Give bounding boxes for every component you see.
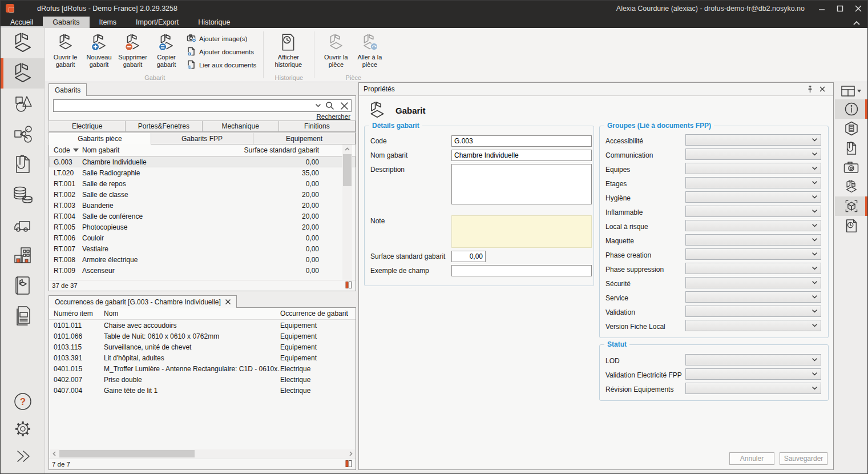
scroll-up-icon[interactable] <box>342 144 352 153</box>
cancel-button[interactable]: Annuler <box>729 452 774 465</box>
group-dropdown[interactable] <box>685 206 821 217</box>
search-input[interactable] <box>54 101 313 111</box>
search-history-chevron-icon[interactable] <box>313 100 322 111</box>
column-header-code[interactable]: Code <box>49 146 81 154</box>
settings-button[interactable] <box>1 415 45 443</box>
tab-images[interactable] <box>835 158 867 177</box>
table-row[interactable]: RT.007 Vestiaire 0,00 <box>49 243 356 254</box>
table-row[interactable]: RT.009 Ascenseur 0,00 <box>49 265 356 276</box>
table-row[interactable]: 0103.391 Lit d'hôpital, adultes Equipeme… <box>49 352 356 363</box>
group-dropdown[interactable] <box>685 220 821 231</box>
table-row[interactable]: 0101.066 Table de Nuit: 0610 x 0610 x 07… <box>49 331 356 342</box>
new-gabarit-button[interactable]: Nouveau gabarit <box>82 30 116 69</box>
help-button[interactable]: ? <box>1 388 45 415</box>
code-field[interactable] <box>451 135 592 147</box>
table-row[interactable]: 0402.007 Prise double Electrique <box>49 374 356 385</box>
expand-sidebar-button[interactable] <box>1 443 45 470</box>
maximize-button[interactable] <box>831 1 849 17</box>
search-icon[interactable] <box>322 100 337 111</box>
show-history-button[interactable]: Afficher historique <box>269 30 307 69</box>
add-documents-button[interactable]: Ajouter documents <box>187 47 256 57</box>
occurrences-panel-tab[interactable]: Occurrences de gabarit [G.003 - Chambre … <box>49 295 237 308</box>
statut-dropdown[interactable] <box>685 368 821 380</box>
collapse-ribbon-button[interactable] <box>853 18 861 28</box>
clear-search-icon[interactable] <box>337 100 351 111</box>
tab-historique[interactable]: Historique <box>188 17 240 28</box>
category-tab[interactable]: Electrique <box>49 120 126 132</box>
group-dropdown[interactable] <box>685 134 821 146</box>
table-row[interactable]: G.003 Chambre Individuelle 0,00 <box>49 156 356 167</box>
table-row[interactable]: 0101.011 Chaise avec accoudoirs Equipeme… <box>49 320 356 331</box>
category-tab[interactable]: Equipement <box>253 132 356 144</box>
group-dropdown[interactable] <box>685 148 821 160</box>
column-header-surface[interactable]: Surface standard gabarit <box>224 146 320 154</box>
link-documents-button[interactable]: Lier aux documents <box>187 60 256 70</box>
scroll-right-icon[interactable] <box>346 451 355 456</box>
copy-gabarit-button[interactable]: Copier gabarit <box>150 30 183 69</box>
sidebar-item-gabarits[interactable] <box>1 58 45 89</box>
group-dropdown[interactable] <box>685 306 821 317</box>
category-tab[interactable]: Gabarits pièce <box>49 132 151 144</box>
note-field[interactable] <box>451 215 592 248</box>
vertical-scrollbar[interactable] <box>342 144 352 288</box>
name-field[interactable] <box>451 150 592 161</box>
table-row[interactable]: 0103.115 Surveillance, unité de chevet E… <box>49 342 356 352</box>
table-row[interactable]: RT.005 Photocopieuse 20,00 <box>49 222 356 232</box>
sidebar-item-rooms[interactable] <box>1 28 45 58</box>
column-header-name[interactable]: Nom gabarit <box>81 146 224 154</box>
category-tab[interactable]: Mechanique <box>202 120 279 132</box>
sidebar-item-catalog[interactable] <box>1 270 45 300</box>
table-row[interactable]: RT.001 Salle de repos 0,00 <box>49 178 356 189</box>
sidebar-item-systems[interactable] <box>1 119 45 149</box>
group-dropdown[interactable] <box>685 163 821 174</box>
close-tab-icon[interactable] <box>225 298 231 306</box>
add-images-button[interactable]: Ajouter image(s) <box>187 34 256 44</box>
pin-icon[interactable] <box>804 84 816 94</box>
close-button[interactable] <box>849 1 867 17</box>
table-row[interactable]: RT.008 Armoire électrique 0,00 <box>49 254 356 265</box>
tab-accueil[interactable]: Accueil <box>1 17 43 28</box>
column-chooser-icon[interactable] <box>345 460 353 469</box>
group-dropdown[interactable] <box>685 277 821 288</box>
tab-model-3d[interactable] <box>835 196 867 216</box>
tab-items[interactable]: Items <box>90 17 127 28</box>
horizontal-scrollbar[interactable] <box>50 449 355 458</box>
group-dropdown[interactable] <box>685 177 821 188</box>
table-row[interactable]: RT.004 Salle de conférence 20,00 <box>49 211 356 222</box>
open-room-button[interactable]: Ouvrir la pièce <box>319 30 353 69</box>
sidebar-item-buildings[interactable] <box>1 240 45 270</box>
tab-info[interactable] <box>835 99 867 119</box>
delete-gabarit-button[interactable]: Supprimer gabarit <box>116 30 150 69</box>
group-dropdown[interactable] <box>685 320 821 331</box>
group-dropdown[interactable] <box>685 291 821 303</box>
column-header-nom[interactable]: Nom <box>104 310 280 318</box>
category-tab[interactable]: Portes&Fenetres <box>125 120 202 132</box>
statut-dropdown[interactable] <box>685 354 821 365</box>
group-dropdown[interactable] <box>685 234 821 246</box>
tab-log[interactable] <box>835 216 867 235</box>
surface-field[interactable] <box>451 251 486 262</box>
table-row[interactable]: 0401.015 M_Troffer Lumière - Antenne Rec… <box>49 363 356 374</box>
sidebar-item-reports[interactable] <box>1 300 45 331</box>
close-panel-icon[interactable] <box>816 84 829 94</box>
minimize-button[interactable] <box>813 1 831 17</box>
group-dropdown[interactable] <box>685 191 821 203</box>
sidebar-item-items[interactable] <box>1 89 45 119</box>
description-field[interactable] <box>451 164 592 204</box>
column-chooser-icon[interactable] <box>345 281 353 290</box>
category-tab[interactable]: Gabarits FPP <box>151 132 253 144</box>
tab-attachments[interactable] <box>835 138 867 158</box>
scrollbar-thumb[interactable] <box>59 450 195 457</box>
sidebar-item-documents[interactable] <box>1 149 45 179</box>
sidebar-item-logistics[interactable] <box>1 210 45 240</box>
table-row[interactable]: RT.003 Buanderie 20,00 <box>49 200 356 211</box>
table-row[interactable]: LT.020 Salle Radiographie 35,00 <box>49 167 356 178</box>
column-header-item[interactable]: Numéro item <box>49 310 104 318</box>
layout-selector-button[interactable] <box>835 82 867 99</box>
gabarits-panel-tab[interactable]: Gabarits <box>49 83 87 96</box>
example-field[interactable] <box>451 265 592 276</box>
tab-core-data[interactable] <box>835 119 867 138</box>
category-tab[interactable]: Finitions <box>278 120 356 132</box>
group-dropdown[interactable] <box>685 263 821 274</box>
goto-room-button[interactable]: Aller à la pièce <box>353 30 386 69</box>
